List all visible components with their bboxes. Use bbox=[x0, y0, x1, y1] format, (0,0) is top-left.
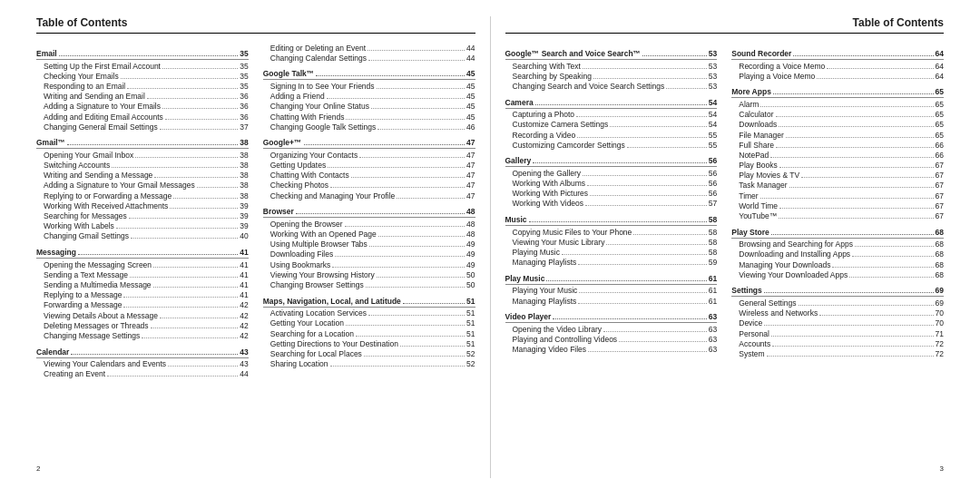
section-title: Browser bbox=[263, 207, 294, 216]
entry-text: Downloads bbox=[739, 120, 777, 129]
entry-text: Searching by Speaking bbox=[513, 72, 592, 81]
right-col1: Google™ Search and Voice Search™53Search… bbox=[505, 43, 718, 359]
entry-text: Checking and Managing Your Profile bbox=[270, 191, 396, 200]
entry-text: Alarm bbox=[739, 100, 759, 109]
table-row: Accounts72 bbox=[731, 338, 944, 348]
entry-dots bbox=[606, 238, 706, 245]
table-row: Changing Message Settings42 bbox=[36, 330, 249, 340]
entry-text: Managing Playlists bbox=[513, 297, 577, 306]
entry-page-num: 53 bbox=[709, 62, 717, 71]
entry-page-num: 68 bbox=[936, 260, 944, 269]
entry-dots bbox=[832, 260, 933, 268]
entry-dots bbox=[562, 248, 707, 255]
section-title: Messaging bbox=[36, 248, 76, 257]
entry-text: Opening the Gallery bbox=[513, 169, 582, 178]
entry-text: Managing Playlists bbox=[513, 258, 577, 267]
entry-text: Working With an Opened Page bbox=[270, 230, 377, 239]
entry-text: Playing and Controlling Videos bbox=[513, 335, 618, 344]
entry-page-num: 70 bbox=[936, 308, 944, 318]
entry-dots bbox=[760, 191, 934, 199]
table-row: Customize Camera Settings54 bbox=[505, 120, 718, 130]
entry-page-num: 42 bbox=[240, 321, 248, 330]
entry-dots bbox=[583, 62, 707, 69]
table-row: Organizing Your Contacts47 bbox=[263, 150, 475, 160]
entry-dots bbox=[332, 260, 465, 268]
entry-dots bbox=[346, 318, 465, 326]
entry-page-num: 67 bbox=[936, 181, 944, 190]
entry-page-num: 42 bbox=[240, 311, 248, 320]
table-row: Full Share66 bbox=[731, 140, 944, 150]
entry-text: Playing Your Music bbox=[513, 286, 578, 295]
section-dots bbox=[793, 49, 933, 56]
section-title: Email bbox=[36, 49, 57, 58]
entry-text: Replying to or Forwarding a Message bbox=[44, 191, 172, 200]
right-toc-title: Table of Contents bbox=[505, 16, 945, 34]
entry-dots bbox=[330, 359, 465, 367]
entry-dots bbox=[162, 62, 238, 69]
entry-page-num: 35 bbox=[240, 62, 248, 71]
table-row: Deleting Messages or Threads42 bbox=[36, 320, 249, 330]
entry-page-num: 45 bbox=[466, 112, 475, 122]
entry-dots bbox=[771, 329, 934, 337]
section-page-num: 43 bbox=[240, 347, 248, 357]
table-row: Calculator65 bbox=[731, 110, 944, 120]
table-row: Working With Received Attachments39 bbox=[36, 200, 249, 210]
entry-dots bbox=[610, 120, 706, 127]
table-row: Viewing Details About a Message42 bbox=[36, 310, 249, 320]
entry-text: Viewing Your Music Library bbox=[513, 238, 605, 247]
entry-page-num: 72 bbox=[936, 339, 944, 348]
entry-dots bbox=[127, 82, 238, 89]
section-dots bbox=[553, 312, 706, 319]
entry-dots bbox=[328, 161, 465, 168]
entry-text: Sharing Location bbox=[270, 359, 328, 368]
section-header: Gallery56 bbox=[505, 156, 718, 167]
entry-text: Changing Google Talk Settings bbox=[270, 122, 377, 132]
entry-page-num: 43 bbox=[240, 359, 248, 368]
entry-text: Chatting With Contacts bbox=[270, 171, 349, 180]
entry-dots bbox=[770, 151, 933, 158]
entry-text: Changing Calendar Settings bbox=[270, 54, 367, 63]
entry-dots bbox=[377, 82, 465, 89]
section-dots bbox=[71, 347, 238, 355]
table-row: General Settings69 bbox=[731, 298, 944, 308]
entry-dots bbox=[666, 82, 707, 89]
entry-text: Forwarding a Message bbox=[44, 300, 122, 309]
entry-page-num: 48 bbox=[466, 220, 475, 229]
entry-page-num: 48 bbox=[466, 230, 475, 239]
left-page: Table of Contents Email35Setting Up the … bbox=[22, 16, 491, 478]
section-page-num: 64 bbox=[936, 49, 944, 58]
table-row: Opening the Video Library63 bbox=[505, 324, 718, 334]
entry-page-num: 44 bbox=[240, 369, 248, 378]
entry-text: Recording a Video bbox=[513, 131, 576, 140]
section-dots bbox=[764, 286, 934, 293]
section-header: Settings69 bbox=[731, 286, 944, 297]
section-dots bbox=[535, 98, 707, 105]
entry-text: Deleting Messages or Threads bbox=[44, 321, 149, 330]
table-row: Getting Directions to Your Destination51 bbox=[263, 338, 475, 348]
entry-text: Signing In to See Your Friends bbox=[270, 82, 375, 91]
entry-page-num: 56 bbox=[709, 179, 717, 188]
entry-page-num: 57 bbox=[709, 199, 717, 208]
entry-page-num: 46 bbox=[466, 122, 475, 132]
entry-dots bbox=[776, 110, 934, 117]
entry-text: Viewing Details About a Message bbox=[44, 311, 158, 320]
table-row: Using Multiple Browser Tabs49 bbox=[263, 240, 475, 249]
section-header: Gmail™38 bbox=[36, 138, 249, 149]
left-toc-title: Table of Contents bbox=[36, 16, 475, 34]
section-dots bbox=[773, 87, 934, 94]
table-row: Searching for a Location51 bbox=[263, 328, 475, 338]
table-row: Checking Your Emails35 bbox=[36, 71, 249, 81]
entry-page-num: 47 bbox=[466, 151, 475, 160]
section-page-num: 47 bbox=[466, 138, 475, 147]
section-title: Gallery bbox=[505, 156, 532, 165]
entry-text: Opening Your Gmail Inbox bbox=[44, 151, 133, 160]
entry-dots bbox=[151, 321, 239, 328]
entry-page-num: 64 bbox=[936, 62, 944, 71]
entry-page-num: 36 bbox=[240, 112, 248, 122]
table-row: Adding a Friend45 bbox=[263, 92, 475, 102]
section-title: More Apps bbox=[731, 87, 771, 96]
entry-dots bbox=[368, 54, 465, 61]
entry-page-num: 47 bbox=[466, 171, 475, 180]
entry-text: Browsing and Searching for Apps bbox=[739, 240, 853, 249]
entry-page-num: 36 bbox=[240, 92, 248, 101]
